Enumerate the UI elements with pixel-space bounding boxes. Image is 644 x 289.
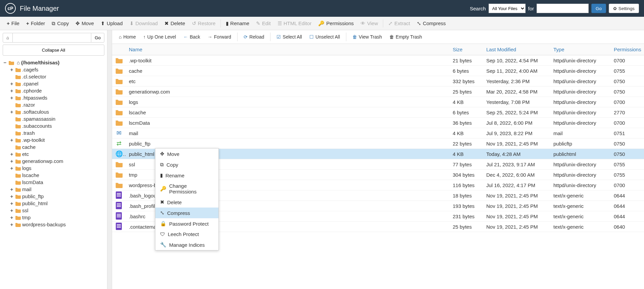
- permissions-button[interactable]: 🔑Permissions: [315, 19, 357, 28]
- table-row[interactable]: lscmData36 bytesJul 8, 2022, 6:00 PMhttp…: [112, 118, 644, 128]
- tree-node[interactable]: .razor: [9, 101, 104, 108]
- tree-node[interactable]: +ssl: [9, 207, 104, 214]
- settings-button[interactable]: ✿ Settings: [609, 4, 639, 13]
- tree-node[interactable]: .trash: [9, 129, 104, 136]
- home-path-button[interactable]: ⌂: [3, 33, 13, 43]
- compress-button[interactable]: ⤡Compress: [413, 19, 449, 28]
- file-modified: Yesterday, 2:36 PM: [483, 77, 550, 85]
- expand-icon[interactable]: +: [9, 109, 14, 115]
- upload-button[interactable]: ⬆Upload: [97, 19, 126, 28]
- expand-icon[interactable]: +: [9, 158, 14, 164]
- expand-icon[interactable]: +: [9, 165, 14, 171]
- select-all-button[interactable]: ☑Select All: [273, 32, 305, 42]
- expand-icon[interactable]: +: [9, 137, 14, 143]
- nav-home-button[interactable]: ⌂Home: [115, 32, 139, 42]
- search-scope-select[interactable]: All Your Files: [489, 4, 526, 13]
- file-permissions: 2770: [610, 108, 644, 117]
- expand-icon[interactable]: +: [9, 208, 14, 213]
- table-row[interactable]: logs4 KBYesterday, 7:08 PMhttpd/unix-dir…: [112, 97, 644, 107]
- ctx-move[interactable]: ✥Move: [155, 149, 218, 159]
- col-type[interactable]: Type: [550, 44, 610, 55]
- expand-icon[interactable]: +: [9, 81, 14, 86]
- copy-button[interactable]: ⧉Copy: [48, 19, 72, 28]
- tree-node[interactable]: +.cphorde: [9, 87, 104, 94]
- table-row[interactable]: generationwp.com25 bytesMar 20, 2022, 4:…: [112, 86, 644, 97]
- expand-icon[interactable]: +: [9, 186, 14, 192]
- tree-node[interactable]: lscmData: [9, 179, 104, 186]
- tree-node[interactable]: +public_html: [9, 200, 104, 207]
- tree-node[interactable]: +.wp-toolkit: [9, 136, 104, 143]
- ctx-compress[interactable]: ⤡Compress: [155, 208, 218, 218]
- collapse-all-button[interactable]: Collapse All: [3, 45, 104, 56]
- table-row[interactable]: lscache6 bytesSep 25, 2022, 5:24 PMhttpd…: [112, 107, 644, 118]
- extract-button[interactable]: ⤢Extract: [385, 19, 413, 28]
- tree-node[interactable]: +.softaculous: [9, 108, 104, 115]
- col-permissions[interactable]: Permissions: [610, 44, 644, 55]
- ctx-password-protect[interactable]: 🔒Password Protect: [155, 218, 218, 229]
- reload-button[interactable]: ⟳Reload: [240, 32, 267, 42]
- new-file-button[interactable]: +File: [3, 19, 23, 28]
- path-input[interactable]: [13, 33, 91, 43]
- table-row[interactable]: ⇄public_ftp22 bytesNov 19, 2021, 2:45 PM…: [112, 138, 644, 149]
- tree-node[interactable]: +.cagefs: [9, 66, 104, 73]
- table-row[interactable]: ✉mail4 KBJul 9, 2023, 8:22 PMmail0751: [112, 128, 644, 138]
- rename-button[interactable]: ▮Rename: [222, 19, 253, 28]
- tree-node[interactable]: +mail: [9, 186, 104, 193]
- expand-icon[interactable]: +: [9, 95, 14, 101]
- expand-icon[interactable]: +: [9, 200, 14, 206]
- tree-node[interactable]: +etc: [9, 151, 104, 158]
- view-button[interactable]: 👁View: [357, 19, 381, 28]
- tree-node[interactable]: .subaccounts: [9, 122, 104, 129]
- search-go-button[interactable]: Go: [591, 4, 606, 13]
- view-trash-button[interactable]: 🗑View Trash: [349, 32, 385, 42]
- splitter[interactable]: [107, 30, 112, 289]
- new-folder-button[interactable]: +Folder: [23, 19, 48, 28]
- col-size[interactable]: Size: [449, 44, 483, 55]
- delete-button[interactable]: ✖Delete: [161, 19, 188, 28]
- tree-node[interactable]: +tmp: [9, 214, 104, 221]
- ctx-delete[interactable]: ✖Delete: [155, 197, 218, 208]
- expand-icon[interactable]: +: [9, 151, 14, 157]
- col-modified[interactable]: Last Modified: [483, 44, 550, 55]
- tree-node[interactable]: +wordpress-backups: [9, 221, 104, 228]
- collapse-icon[interactable]: −: [3, 60, 7, 65]
- tree-node[interactable]: +.cpanel: [9, 80, 104, 87]
- nav-forward-button[interactable]: →Forward: [204, 32, 235, 42]
- ctx-manage-indices[interactable]: 🔧Manage Indices: [155, 239, 218, 250]
- download-button[interactable]: ⬇Download: [126, 19, 161, 28]
- html-editor-button[interactable]: ☰HTML Editor: [274, 19, 315, 28]
- tree-node[interactable]: .cl.selector: [9, 73, 104, 80]
- file-permissions: 0700: [610, 56, 644, 65]
- search-input[interactable]: [537, 4, 589, 13]
- expand-icon[interactable]: +: [9, 222, 14, 227]
- tree-node[interactable]: cache: [9, 143, 104, 151]
- edit-button[interactable]: ✎Edit: [253, 19, 274, 28]
- ctx-leech-protect[interactable]: 🛡Leech Protect: [155, 229, 218, 239]
- expand-icon[interactable]: +: [9, 215, 14, 220]
- expand-icon[interactable]: +: [9, 88, 14, 94]
- col-name[interactable]: Name: [126, 44, 449, 55]
- table-row[interactable]: cache6 bytesSep 11, 2022, 4:00 AMhttpd/u…: [112, 66, 644, 76]
- nav-back-button[interactable]: ←Back: [180, 32, 203, 42]
- table-row[interactable]: .wp-toolkit21 bytesSep 10, 2022, 4:54 PM…: [112, 55, 644, 66]
- table-row[interactable]: etc332 bytesYesterday, 2:36 PMhttpd/unix…: [112, 76, 644, 86]
- expand-icon[interactable]: +: [9, 67, 14, 72]
- empty-trash-button[interactable]: 🗑Empty Trash: [386, 32, 426, 42]
- restore-button[interactable]: ↺Restore: [189, 19, 219, 28]
- nav-up-button[interactable]: ↑Up One Level: [140, 32, 180, 42]
- tree-node[interactable]: +generationwp.com: [9, 158, 104, 165]
- tree-node[interactable]: .spamassassin: [9, 115, 104, 122]
- ctx-change-permissions[interactable]: 🔑Change Permissions: [155, 181, 218, 197]
- ctx-copy[interactable]: ⧉Copy: [155, 159, 218, 170]
- file-type: mail: [550, 129, 610, 137]
- expand-icon[interactable]: +: [9, 193, 14, 199]
- tree-node[interactable]: lscache: [9, 172, 104, 179]
- path-go-button[interactable]: Go: [91, 33, 104, 43]
- tree-node[interactable]: +public_ftp: [9, 193, 104, 200]
- ctx-rename[interactable]: ▮Rename: [155, 170, 218, 181]
- tree-root[interactable]: − ⌂ (/home/thisisas): [3, 59, 104, 66]
- move-button[interactable]: ✥Move: [72, 19, 97, 28]
- tree-node[interactable]: +logs: [9, 165, 104, 172]
- unselect-all-button[interactable]: ☐Unselect All: [306, 32, 343, 42]
- tree-node[interactable]: +.htpasswds: [9, 94, 104, 101]
